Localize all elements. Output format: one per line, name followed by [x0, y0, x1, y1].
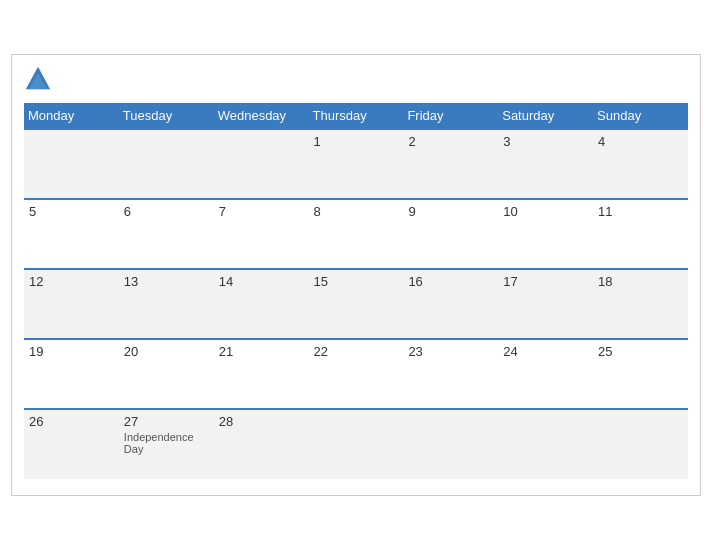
calendar-cell: 26: [24, 409, 119, 479]
day-number: 12: [29, 274, 114, 289]
day-number: 7: [219, 204, 304, 219]
day-header-monday: Monday: [24, 103, 119, 129]
calendar-cell: 16: [403, 269, 498, 339]
calendar-cell: 20: [119, 339, 214, 409]
day-number: 5: [29, 204, 114, 219]
calendar-container: MondayTuesdayWednesdayThursdayFridaySatu…: [11, 54, 701, 496]
logo: [24, 65, 54, 93]
calendar-cell: [119, 129, 214, 199]
day-number: 26: [29, 414, 114, 429]
calendar-cell: 2: [403, 129, 498, 199]
calendar-header: [24, 65, 688, 93]
calendar-cell: 5: [24, 199, 119, 269]
day-number: 3: [503, 134, 588, 149]
day-number: 1: [314, 134, 399, 149]
day-number: 20: [124, 344, 209, 359]
week-row-5: 2627Independence Day28: [24, 409, 688, 479]
calendar-cell: 21: [214, 339, 309, 409]
day-number: 4: [598, 134, 683, 149]
calendar-cell: [498, 409, 593, 479]
day-header-thursday: Thursday: [309, 103, 404, 129]
calendar-cell: 1: [309, 129, 404, 199]
day-number: 13: [124, 274, 209, 289]
calendar-cell: 13: [119, 269, 214, 339]
day-number: 28: [219, 414, 304, 429]
calendar-cell: 14: [214, 269, 309, 339]
calendar-cell: 9: [403, 199, 498, 269]
calendar-thead: MondayTuesdayWednesdayThursdayFridaySatu…: [24, 103, 688, 129]
logo-icon: [24, 65, 52, 93]
week-row-1: 1234: [24, 129, 688, 199]
calendar-cell: 25: [593, 339, 688, 409]
calendar-cell: 10: [498, 199, 593, 269]
day-number: 10: [503, 204, 588, 219]
calendar-cell: 28: [214, 409, 309, 479]
calendar-cell: 18: [593, 269, 688, 339]
day-number: 24: [503, 344, 588, 359]
calendar-cell: 7: [214, 199, 309, 269]
calendar-cell: 17: [498, 269, 593, 339]
calendar-table: MondayTuesdayWednesdayThursdayFridaySatu…: [24, 103, 688, 479]
calendar-cell: [403, 409, 498, 479]
day-number: 2: [408, 134, 493, 149]
day-number: 17: [503, 274, 588, 289]
calendar-cell: 8: [309, 199, 404, 269]
calendar-tbody: 1234567891011121314151617181920212223242…: [24, 129, 688, 479]
calendar-cell: [309, 409, 404, 479]
calendar-cell: 4: [593, 129, 688, 199]
calendar-cell: 22: [309, 339, 404, 409]
day-number: 18: [598, 274, 683, 289]
day-number: 19: [29, 344, 114, 359]
day-number: 27: [124, 414, 209, 429]
calendar-cell: 23: [403, 339, 498, 409]
day-number: 21: [219, 344, 304, 359]
day-header-wednesday: Wednesday: [214, 103, 309, 129]
day-number: 23: [408, 344, 493, 359]
calendar-cell: 6: [119, 199, 214, 269]
calendar-cell: [24, 129, 119, 199]
week-row-4: 19202122232425: [24, 339, 688, 409]
calendar-cell: 15: [309, 269, 404, 339]
day-number: 8: [314, 204, 399, 219]
day-number: 16: [408, 274, 493, 289]
day-number: 6: [124, 204, 209, 219]
event-label: Independence Day: [124, 431, 209, 455]
calendar-cell: 11: [593, 199, 688, 269]
day-header-saturday: Saturday: [498, 103, 593, 129]
calendar-cell: 3: [498, 129, 593, 199]
day-number: 9: [408, 204, 493, 219]
week-row-2: 567891011: [24, 199, 688, 269]
day-header-sunday: Sunday: [593, 103, 688, 129]
calendar-cell: 27Independence Day: [119, 409, 214, 479]
days-header-row: MondayTuesdayWednesdayThursdayFridaySatu…: [24, 103, 688, 129]
calendar-cell: 24: [498, 339, 593, 409]
calendar-cell: [593, 409, 688, 479]
day-number: 25: [598, 344, 683, 359]
day-header-tuesday: Tuesday: [119, 103, 214, 129]
calendar-cell: [214, 129, 309, 199]
calendar-cell: 12: [24, 269, 119, 339]
week-row-3: 12131415161718: [24, 269, 688, 339]
day-header-friday: Friday: [403, 103, 498, 129]
day-number: 11: [598, 204, 683, 219]
day-number: 15: [314, 274, 399, 289]
day-number: 14: [219, 274, 304, 289]
day-number: 22: [314, 344, 399, 359]
calendar-cell: 19: [24, 339, 119, 409]
